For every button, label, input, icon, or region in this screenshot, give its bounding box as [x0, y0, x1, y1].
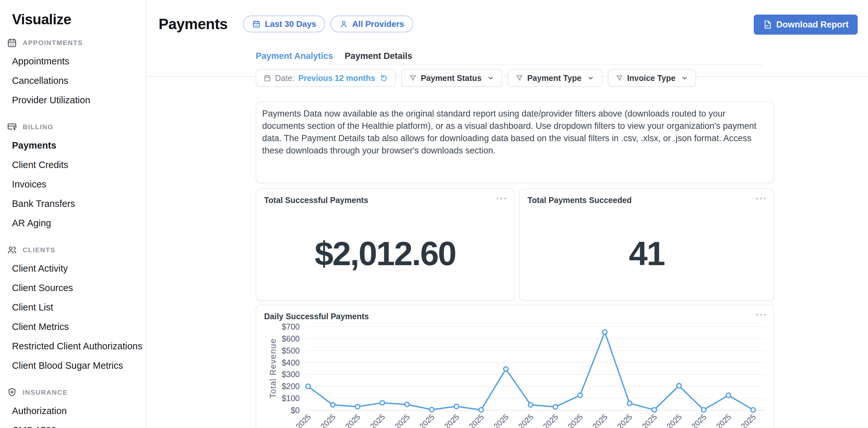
invoice-type-filter[interactable]: Invoice Type	[608, 69, 696, 87]
header-filter-pills: Last 30 Days All Providers	[243, 16, 413, 32]
credit-card-icon	[7, 122, 17, 132]
sidebar-item-client-list[interactable]: Client List	[0, 298, 146, 317]
sidebar-section-header: CLIENTS	[0, 241, 146, 259]
svg-text:$100: $100	[282, 394, 300, 403]
calendar-icon	[252, 20, 260, 28]
sidebar-item-ar-aging[interactable]: AR Aging	[0, 213, 146, 233]
sidebar-section-header: APPOINTMENTS	[0, 34, 146, 52]
date-filter-value: Previous 12 months	[299, 73, 375, 83]
filter-label: Payment Type	[527, 73, 582, 83]
payment-status-filter[interactable]: Payment Status	[401, 69, 502, 87]
funnel-icon	[616, 74, 623, 82]
sidebar-section-label: INSURANCE	[23, 389, 68, 396]
info-text: Payments Data now available as the origi…	[262, 108, 768, 157]
sidebar-section-header: INSURANCE	[0, 384, 146, 401]
sidebar-section-header: BILLING	[0, 118, 146, 136]
stat-card-title: Total Successful Payments	[264, 195, 368, 205]
funnel-icon	[409, 74, 417, 82]
svg-text:$0: $0	[291, 406, 300, 415]
payment-type-filter[interactable]: Payment Type	[508, 69, 602, 87]
daily-successful-payments-chart: $0$100$200$300$400$500$600$700Total Reve…	[256, 318, 775, 428]
providers-label: All Providers	[352, 19, 404, 29]
dashboard-filters: Date: Previous 12 months Payment StatusP…	[256, 69, 774, 87]
date-filter[interactable]: Date: Previous 12 months	[256, 69, 396, 87]
svg-text:$400: $400	[282, 358, 300, 367]
sidebar-item-client-sources[interactable]: Client Sources	[0, 278, 146, 298]
reset-filter-icon[interactable]	[380, 74, 388, 82]
chevron-down-icon	[681, 74, 688, 82]
sidebar-item-provider-utilization[interactable]: Provider Utilization	[0, 90, 146, 110]
date-range-label: Last 30 Days	[265, 19, 316, 29]
daily-successful-payments-card: Daily Successful Payments $0$100$200$300…	[256, 305, 774, 428]
tab-bar-divider	[328, 64, 764, 65]
stat-cards-row: Total Successful Payments $2,012.60 Tota…	[256, 188, 774, 301]
file-report-icon	[763, 20, 772, 29]
filter-label: Payment Status	[421, 73, 482, 83]
svg-text:$300: $300	[282, 370, 300, 379]
app-window: Visualize APPOINTMENTSAppointmentsCancel…	[0, 0, 868, 428]
info-card: Payments Data now available as the origi…	[256, 102, 774, 183]
sidebar-item-cancellations[interactable]: Cancellations	[0, 71, 146, 90]
person-icon	[340, 20, 348, 28]
sidebar-section-label: BILLING	[23, 123, 53, 131]
sidebar-item-invoices[interactable]: Invoices	[0, 175, 146, 194]
chevron-down-icon	[487, 74, 495, 82]
sidebar-item-cms-1500s[interactable]: CMS 1500s	[0, 421, 146, 428]
svg-text:$600: $600	[282, 334, 300, 343]
sidebar-item-restricted-client-authorizations[interactable]: Restricted Client Authorizations	[0, 336, 146, 356]
page-title: Payments	[159, 15, 227, 33]
calendar-icon	[7, 37, 17, 48]
sidebar-section-appointments: APPOINTMENTSAppointmentsCancellationsPro…	[0, 34, 146, 110]
date-filter-label: Date:	[275, 73, 294, 83]
sidebar-section-insurance: INSURANCEAuthorizationCMS 1500s	[0, 384, 146, 428]
sidebar-section-label: CLIENTS	[23, 246, 55, 254]
sidebar-nav: APPOINTMENTSAppointmentsCancellationsPro…	[0, 34, 146, 428]
stat-card-total-successful-payments: Total Successful Payments $2,012.60	[256, 188, 515, 301]
svg-text:$200: $200	[282, 382, 300, 391]
card-menu-button[interactable]	[756, 314, 766, 316]
download-report-button[interactable]: Download Report	[754, 14, 858, 35]
people-icon	[7, 245, 17, 255]
sidebar-item-client-metrics[interactable]: Client Metrics	[0, 317, 146, 336]
svg-text:Total Revenue: Total Revenue	[268, 338, 278, 399]
funnel-icon	[516, 74, 523, 82]
svg-text:$500: $500	[282, 346, 300, 355]
card-menu-button[interactable]	[756, 197, 766, 200]
main-content: Payments Last 30 Days All Providers	[146, 0, 868, 428]
calendar-icon	[264, 74, 271, 82]
sidebar-section-billing: BILLINGPaymentsClient CreditsInvoicesBan…	[0, 118, 146, 233]
stat-card-total-payments-succeeded: Total Payments Succeeded 41	[519, 188, 774, 301]
dashboard-tabs: Payment Analytics Payment Details	[256, 47, 774, 65]
page-header: Payments Last 30 Days All Providers	[159, 13, 868, 34]
sidebar-title: Visualize	[12, 11, 146, 28]
sidebar-item-authorization[interactable]: Authorization	[0, 401, 146, 421]
tab-payment-analytics[interactable]: Payment Analytics	[256, 51, 333, 61]
sidebar-item-bank-transfers[interactable]: Bank Transfers	[0, 194, 146, 213]
sidebar-item-client-blood-sugar-metrics[interactable]: Client Blood Sugar Metrics	[0, 356, 146, 375]
sidebar-item-client-credits[interactable]: Client Credits	[0, 155, 146, 175]
card-menu-button[interactable]	[496, 197, 506, 200]
filter-label: Invoice Type	[627, 73, 676, 83]
stat-card-value: 41	[520, 235, 774, 273]
svg-text:$700: $700	[282, 322, 300, 331]
stat-card-value: $2,012.60	[256, 235, 514, 273]
providers-button[interactable]: All Providers	[331, 16, 413, 32]
sidebar-item-client-activity[interactable]: Client Activity	[0, 259, 146, 278]
sidebar: Visualize APPOINTMENTSAppointmentsCancel…	[0, 0, 146, 428]
tab-payment-details[interactable]: Payment Details	[345, 51, 412, 61]
dashboard-embed: Payment Analytics Payment Details Date: …	[256, 47, 774, 428]
date-range-button[interactable]: Last 30 Days	[243, 16, 325, 32]
sidebar-section-clients: CLIENTSClient ActivityClient SourcesClie…	[0, 241, 146, 375]
stat-card-title: Total Payments Succeeded	[528, 195, 632, 205]
sidebar-item-appointments[interactable]: Appointments	[0, 52, 146, 71]
shield-plus-icon	[7, 387, 17, 398]
sidebar-item-payments[interactable]: Payments	[0, 136, 146, 155]
download-report-label: Download Report	[776, 20, 849, 30]
sidebar-section-label: APPOINTMENTS	[23, 39, 83, 47]
chevron-down-icon	[587, 74, 594, 82]
